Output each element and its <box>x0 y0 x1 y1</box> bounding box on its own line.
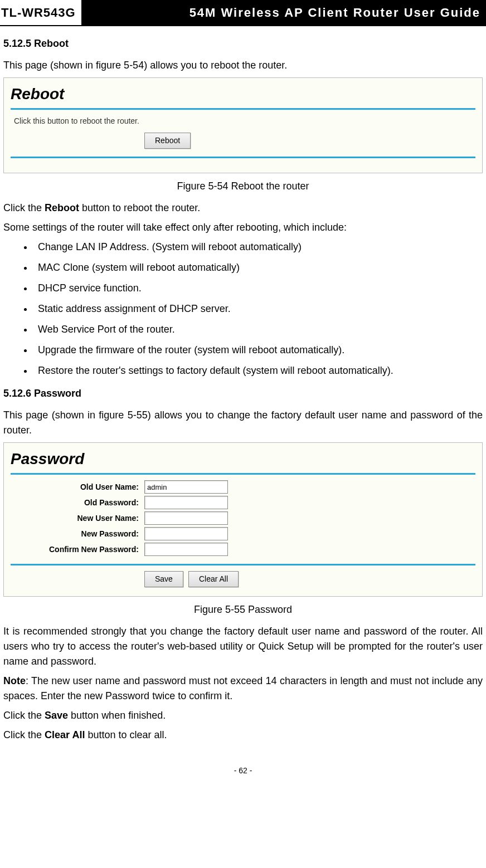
password-panel: Password Old User Name: Old Password: Ne… <box>3 442 483 597</box>
label-old-user: Old User Name: <box>11 481 144 493</box>
reboot-list: Change LAN IP Address. (System will rebo… <box>20 240 483 378</box>
text: button when finished. <box>68 710 166 721</box>
divider <box>11 473 475 475</box>
password-note: Note: The new user name and password mus… <box>3 674 483 704</box>
label-new-pass: New Password: <box>11 528 144 540</box>
text: button to reboot the router. <box>79 202 200 213</box>
clear-all-button[interactable]: Clear All <box>188 571 239 587</box>
password-save-line: Click the Save button when finished. <box>3 708 483 723</box>
list-item: Web Service Port of the router. <box>33 322 483 337</box>
reboot-panel: Reboot Click this button to reboot the r… <box>3 77 483 173</box>
divider <box>11 564 475 565</box>
list-item: Upgrade the firmware of the router (syst… <box>33 343 483 358</box>
form-row-confirm-pass: Confirm New Password: <box>11 543 475 556</box>
text: Click the <box>3 710 45 721</box>
password-intro: This page (shown in figure 5-55) allows … <box>3 408 483 438</box>
old-pass-input[interactable] <box>144 496 228 509</box>
password-para1: It is recommended strongly that you chan… <box>3 624 483 669</box>
header-title: 54M Wireless AP Client Router User Guide <box>81 0 486 25</box>
list-item: DHCP service function. <box>33 281 483 296</box>
label-new-user: New User Name: <box>11 513 144 524</box>
list-item: Change LAN IP Address. (System will rebo… <box>33 240 483 255</box>
text: Click the <box>3 729 45 740</box>
page-number: - 62 - <box>0 765 486 777</box>
new-user-input[interactable] <box>144 511 228 525</box>
text: Click the <box>3 202 45 213</box>
figure-caption-reboot: Figure 5-54 Reboot the router <box>3 179 483 194</box>
form-row-old-user: Old User Name: <box>11 480 475 494</box>
section-heading-password: 5.12.6 Password <box>3 386 483 401</box>
list-item: MAC Clone (system will reboot automatica… <box>33 260 483 275</box>
reboot-panel-instruction: Click this button to reboot the router. <box>14 115 475 127</box>
password-panel-title: Password <box>11 447 475 471</box>
section-heading-reboot: 5.12.5 Reboot <box>3 36 483 51</box>
save-button[interactable]: Save <box>144 571 183 587</box>
reboot-bold: Reboot <box>45 202 79 213</box>
reboot-panel-title: Reboot <box>11 82 475 106</box>
form-row-new-user: New User Name: <box>11 511 475 525</box>
header-model: TL-WR543G <box>0 0 77 25</box>
label-confirm-pass: Confirm New Password: <box>11 544 144 555</box>
new-pass-input[interactable] <box>144 527 228 540</box>
clear-bold: Clear All <box>45 729 85 740</box>
reboot-list-intro: Some settings of the router will take ef… <box>3 220 483 235</box>
note-bold: Note <box>3 675 26 686</box>
divider <box>11 108 475 110</box>
label-old-pass: Old Password: <box>11 497 144 509</box>
form-row-new-pass: New Password: <box>11 527 475 540</box>
divider <box>11 157 475 158</box>
note-rest: : The new user name and password must no… <box>3 675 483 701</box>
list-item: Static address assignment of DHCP server… <box>33 301 483 316</box>
text: button to clear all. <box>85 729 167 740</box>
reboot-button[interactable]: Reboot <box>144 133 191 149</box>
confirm-pass-input[interactable] <box>144 543 228 556</box>
reboot-click-text: Click the Reboot button to reboot the ro… <box>3 201 483 216</box>
page-header: TL-WR543G 54M Wireless AP Client Router … <box>0 0 486 26</box>
form-row-old-pass: Old Password: <box>11 496 475 509</box>
list-item: Restore the router's settings to factory… <box>33 363 483 378</box>
old-user-input[interactable] <box>144 480 228 494</box>
password-clear-line: Click the Clear All button to clear all. <box>3 728 483 743</box>
figure-caption-password: Figure 5-55 Password <box>3 602 483 617</box>
save-bold: Save <box>45 710 68 721</box>
reboot-intro: This page (shown in figure 5-54) allows … <box>3 58 483 73</box>
